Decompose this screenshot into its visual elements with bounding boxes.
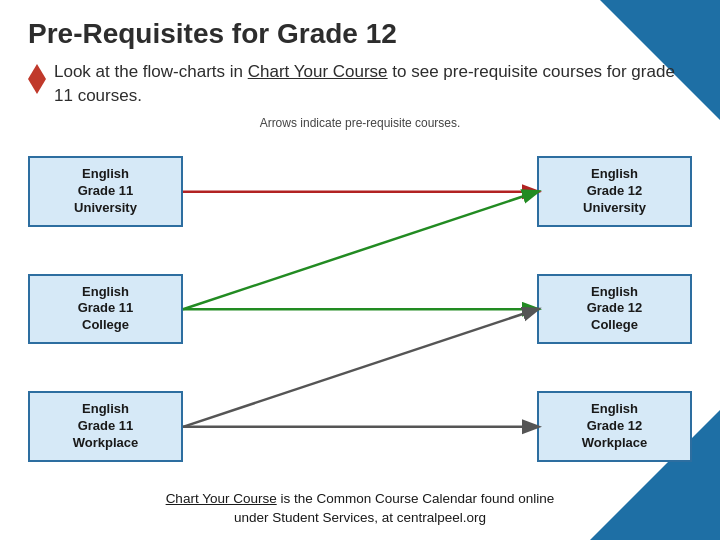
- box-g11-uni: EnglishGrade 11University: [28, 156, 183, 227]
- box-g12-uni: EnglishGrade 12University: [537, 156, 692, 227]
- col-left: EnglishGrade 11University EnglishGrade 1…: [28, 138, 198, 481]
- footer-rest: is the Common Course Calendar found onli…: [234, 491, 554, 525]
- bullet-link: Chart Your Course: [248, 62, 388, 81]
- svg-line-2: [183, 191, 537, 309]
- bullet-text-before: Look at the flow-charts in: [54, 62, 248, 81]
- bullet-text: Look at the flow-charts in Chart Your Co…: [54, 60, 692, 108]
- footer-text: Chart Your Course is the Common Course C…: [28, 486, 692, 528]
- bullet-icon: [28, 64, 46, 79]
- footer-link: Chart Your Course: [166, 491, 277, 506]
- flowchart-area: EnglishGrade 11University EnglishGrade 1…: [28, 138, 692, 481]
- bullet-row: Look at the flow-charts in Chart Your Co…: [28, 60, 692, 108]
- arrows-label: Arrows indicate pre-requisite courses.: [28, 116, 692, 130]
- box-g11-work: EnglishGrade 11Workplace: [28, 391, 183, 462]
- box-g11-col: EnglishGrade 11College: [28, 274, 183, 345]
- col-right: EnglishGrade 12University EnglishGrade 1…: [522, 138, 692, 481]
- page-title: Pre-Requisites for Grade 12: [28, 18, 692, 50]
- page: Pre-Requisites for Grade 12 Look at the …: [0, 0, 720, 540]
- svg-line-4: [183, 309, 537, 427]
- box-g12-col: EnglishGrade 12College: [537, 274, 692, 345]
- box-g12-work: EnglishGrade 12Workplace: [537, 391, 692, 462]
